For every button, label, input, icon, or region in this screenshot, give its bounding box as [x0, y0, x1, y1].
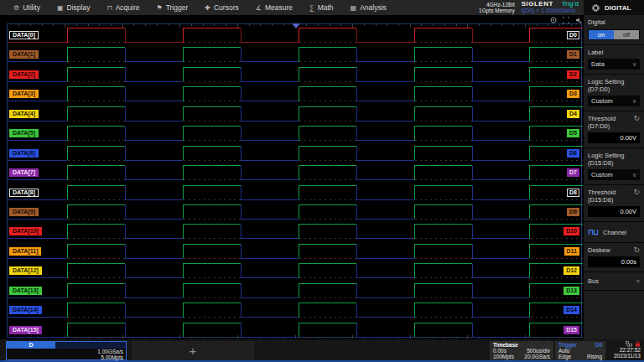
digital-channel-descriptor[interactable]: D 1.00GSa/s 5.00Mpts	[6, 341, 127, 360]
timebase-scale: 500us/div	[527, 348, 550, 354]
label-section-title: Label	[588, 49, 640, 56]
thresh2-value-field[interactable]: 0.00V	[588, 206, 640, 217]
menu-item-display[interactable]: ▣Display	[49, 0, 98, 15]
channel-indicator-d3[interactable]: D3	[567, 90, 579, 98]
channel-label-d3[interactable]: DATA[3]	[9, 90, 39, 98]
channel-indicator-d11[interactable]: D11	[564, 247, 579, 256]
label-dropdown[interactable]: Data ∨	[588, 59, 640, 70]
channel-indicator-d9[interactable]: D9	[567, 208, 579, 216]
thresh2-title-line1: Threshold	[588, 189, 615, 196]
lan-icon	[626, 341, 632, 347]
digital-off-button[interactable]: off	[614, 30, 639, 39]
channel-row[interactable]: ⊓⊔ Channel	[584, 222, 644, 243]
menu-item-label: Analysis	[360, 3, 387, 12]
menu-item-label: Utility	[23, 3, 40, 12]
digital-sidebar: Digital on off Label Data ∨ Logic Settin…	[584, 15, 644, 339]
deskew-value-field[interactable]: 0.00s	[588, 256, 640, 267]
acquire-icon: ⊓	[106, 4, 112, 12]
channel-indicator-d10[interactable]: D10	[564, 227, 579, 235]
channel-indicator-d5[interactable]: D5	[567, 129, 579, 137]
channel-indicator-d2[interactable]: D2	[567, 70, 579, 79]
channel-indicator-d1[interactable]: D1	[567, 50, 579, 59]
trigger-status: Trig'd	[562, 1, 579, 8]
menu-item-math[interactable]: ∑Math	[301, 0, 342, 15]
menu-bar: ⚙Utility▣Display⊓Acquire⚑Trigger✚Cursors…	[0, 0, 584, 15]
channel-label-d1[interactable]: DATA[1]	[9, 50, 39, 59]
channel-label-d9[interactable]: DATA[9]	[9, 208, 39, 216]
thresh2-value: 0.00V	[620, 208, 636, 215]
trigger-box[interactable]: Trigger D0 Auto Edge Rising	[555, 341, 605, 360]
spec-bandwidth: 4GHz-12Bit	[479, 2, 515, 8]
channel-label-d15[interactable]: DATA[15]	[9, 326, 42, 334]
channel-indicator-d7[interactable]: D7	[567, 168, 579, 177]
thresh1-value-field[interactable]: 0.00V	[588, 132, 640, 143]
logic2-dropdown[interactable]: Custom ∨	[588, 169, 640, 180]
channel-label-d13[interactable]: DATA[13]	[9, 287, 42, 295]
record-icon[interactable]	[550, 17, 557, 23]
channel-label-d14[interactable]: DATA[14]	[9, 306, 42, 314]
digital-mem-depth: 5.00Mpts	[7, 354, 123, 360]
channel-label-d5[interactable]: DATA[5]	[9, 129, 39, 137]
channel-indicator-d13[interactable]: D13	[564, 287, 579, 295]
timebase-box[interactable]: Timebase 0.00s 500us/div 100Mpts 20.0GSa…	[490, 341, 553, 360]
menu-item-label: Trigger	[166, 3, 189, 12]
channel-indicator-d12[interactable]: D12	[564, 266, 579, 275]
bus-label: Bus	[588, 277, 599, 285]
logic1-title-line1: Logic Setting	[588, 78, 640, 85]
menu-item-label: Display	[67, 3, 91, 12]
menu-item-label: Acquire	[116, 3, 140, 12]
add-channel-button[interactable]: +	[132, 341, 254, 360]
trigger-icon: ⚑	[156, 4, 162, 12]
menu-item-measure[interactable]: ∡Measure	[247, 0, 301, 15]
logic1-title-line2: (D7:D0)	[588, 85, 640, 93]
reset-icon[interactable]: ↻	[633, 115, 640, 122]
frequency-readout: f(D0) = 1.000000kHz	[522, 8, 576, 14]
trigger-slope: Rising	[587, 354, 602, 359]
channel-indicator-d15[interactable]: D15	[564, 326, 579, 334]
menu-item-trigger[interactable]: ⚑Trigger	[148, 0, 196, 15]
menu-item-analysis[interactable]: ▦Analysis	[342, 0, 395, 15]
channel-label-d6[interactable]: DATA[6]	[9, 149, 39, 158]
menu-item-utility[interactable]: ⚙Utility	[5, 0, 49, 15]
digital-descriptor-tab[interactable]: D	[7, 342, 55, 349]
trigger-mode: Auto	[558, 348, 569, 354]
threshold-2-section: Threshold (D15:D8) ↻ 0.00V	[584, 185, 644, 222]
channel-indicator-d6[interactable]: D6	[567, 149, 579, 158]
menu-items: ⚙Utility▣Display⊓Acquire⚑Trigger✚Cursors…	[5, 0, 395, 15]
thresh1-value: 0.00V	[620, 134, 636, 142]
oscilloscope-screen: ⚙Utility▣Display⊓Acquire⚑Trigger✚Cursors…	[0, 0, 644, 362]
channel-label-d0[interactable]: DATA[0]	[9, 31, 39, 39]
channel-label-d8[interactable]: DATA[8]	[9, 189, 39, 197]
channel-label-d7[interactable]: DATA[7]	[9, 168, 39, 177]
analysis-icon: ▦	[351, 4, 357, 12]
channel-indicator-d4[interactable]: D4	[567, 110, 579, 118]
sound-icon[interactable]	[575, 17, 582, 23]
channel-label-d10[interactable]: DATA[10]	[9, 227, 42, 235]
channel-label-d4[interactable]: DATA[4]	[9, 110, 39, 118]
logic1-dropdown-value: Custom	[591, 97, 613, 105]
waveform-grid[interactable]: DATA[0]D0DATA[1]D1DATA[2]D2DATA[3]D3DATA…	[7, 23, 582, 338]
channel-label-d2[interactable]: DATA[2]	[9, 70, 39, 79]
menu-item-acquire[interactable]: ⊓Acquire	[98, 0, 148, 15]
channel-indicator-d14[interactable]: D14	[564, 306, 579, 314]
reset-icon[interactable]: ↻	[633, 189, 640, 196]
digital-on-button[interactable]: on	[589, 30, 614, 39]
channel-indicator-d8[interactable]: D8	[567, 189, 579, 197]
bus-row[interactable]: Bus »	[584, 272, 644, 291]
logic-setting-1-section: Logic Setting (D7:D0) Custom ∨	[584, 75, 644, 111]
digital-toggle-section: Digital on off	[584, 15, 644, 45]
cursors-icon: ✚	[205, 4, 210, 12]
trigger-position-marker[interactable]	[292, 23, 300, 28]
thresh2-title-line2: (D15:D8)	[588, 196, 615, 204]
channel-label-d11[interactable]: DATA[11]	[9, 247, 41, 256]
channel-label-d12[interactable]: DATA[12]	[9, 266, 42, 275]
channel-row-label: Channel	[603, 229, 626, 236]
menu-item-cursors[interactable]: ✚Cursors	[196, 0, 247, 15]
reset-icon[interactable]: ↻	[633, 246, 640, 254]
math-icon: ∑	[309, 4, 314, 12]
fullscreen-icon[interactable]	[563, 17, 569, 23]
logic2-dropdown-value: Custom	[591, 171, 613, 178]
channel-indicator-d0[interactable]: D0	[567, 31, 579, 39]
logic1-dropdown[interactable]: Custom ∨	[588, 96, 640, 106]
logic-setting-2-section: Logic Setting (D15:D8) Custom ∨	[584, 148, 644, 185]
